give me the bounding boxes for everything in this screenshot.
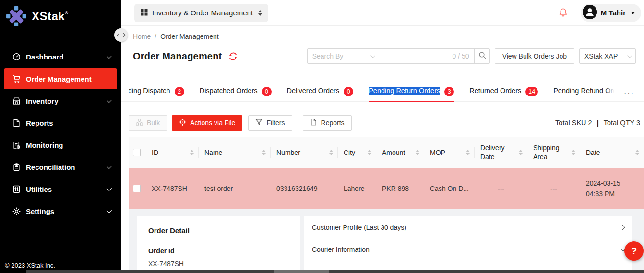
sidebar-item-label: Reconciliation	[26, 163, 75, 171]
column-header-name[interactable]: Name	[199, 137, 271, 168]
bulk-button[interactable]: Bulk	[129, 115, 167, 131]
totals-divider: |	[597, 119, 599, 127]
select-all-checkbox[interactable]	[133, 149, 141, 156]
tab-count-badge: 0	[262, 87, 272, 96]
sort-icon	[516, 150, 523, 155]
reports-button[interactable]: Reports	[303, 115, 352, 131]
sort-icon	[187, 150, 194, 155]
breadcrumb-home[interactable]: Home	[133, 33, 151, 41]
actions-via-file-button[interactable]: Actions via File	[172, 115, 242, 131]
search-counter: 0 / 50	[453, 52, 474, 60]
order-id-label: Order Id	[148, 247, 288, 255]
tab-count-badge: 3	[444, 87, 454, 96]
accordion-customer-profile[interactable]: Customer Profile (Last 30 days)	[304, 216, 632, 238]
xstak-logo-icon	[6, 6, 27, 29]
app-selector-label: Inventory & Order Management	[152, 9, 253, 17]
breadcrumb-current: Order Management	[160, 33, 218, 41]
tab-count-badge: 14	[525, 87, 538, 96]
main-area: Inventory & Order Management M Tahir	[121, 0, 644, 273]
chevron-down-icon	[107, 186, 112, 191]
store-icon	[12, 97, 21, 105]
accordion-courier-information[interactable]: Courier Information	[304, 238, 632, 261]
user-menu[interactable]: M Tahir	[581, 4, 641, 22]
total-sku: Total SKU 2	[555, 119, 592, 127]
cell-amount: PKR 898	[376, 168, 424, 209]
search-input[interactable]	[379, 49, 453, 63]
caret-down-icon	[631, 12, 635, 14]
tabs-bar: Pending Dispatch 2 Dispatched Orders 0 D…	[121, 86, 644, 102]
tabs-more-button[interactable]: ···	[606, 86, 644, 101]
sidebar-item-reconciliation[interactable]: Reconciliation	[4, 156, 117, 178]
sidebar-nav: Dashboard Order Management Inventory	[0, 46, 121, 222]
sidebar-item-monitoring[interactable]: Monitoring	[4, 134, 117, 155]
actions-label: Actions via File	[190, 119, 235, 127]
sidebar-item-reports[interactable]: Reports	[4, 112, 117, 133]
cell-number: 03316321649	[271, 168, 338, 209]
sidebar-item-label: Order Management	[26, 75, 92, 83]
refresh-icon[interactable]	[228, 52, 238, 61]
horizontal-scrollbar[interactable]	[26, 270, 644, 273]
tabs-scroll: Pending Dispatch 2 Dispatched Orders 0 D…	[129, 86, 644, 102]
table-row[interactable]: XX-7487SH test order 03316321649 Lahore …	[129, 168, 644, 209]
sidebar-item-settings[interactable]: Settings	[4, 201, 117, 222]
accordion-label: Courier Information	[312, 246, 370, 253]
reports-label: Reports	[321, 119, 345, 127]
filters-button[interactable]: Filters	[248, 115, 292, 131]
sidebar-item-order-management[interactable]: Order Management	[4, 68, 117, 89]
table-header: ID Name Number City Amount	[129, 137, 644, 168]
column-header-number[interactable]: Number	[271, 137, 338, 168]
app-selector[interactable]: Inventory & Order Management	[134, 4, 268, 22]
xap-select[interactable]: XStak XAP	[579, 48, 636, 64]
row-checkbox[interactable]	[133, 185, 141, 192]
sidebar: XStak® Dashboard Order Management	[0, 0, 121, 273]
xap-select-value: XStak XAP	[584, 52, 618, 60]
tab-pending-dispatch[interactable]: Pending Dispatch 2	[129, 86, 184, 102]
sidebar-item-dashboard[interactable]: Dashboard	[4, 46, 117, 67]
chevron-right-icon	[620, 225, 625, 230]
select-all-cell	[129, 137, 146, 168]
aim-icon	[179, 119, 186, 127]
app-root: XStak® Dashboard Order Management	[0, 0, 644, 273]
bulk-label: Bulk	[147, 119, 160, 127]
column-header-shipping-area[interactable]: Shipping Area	[527, 137, 580, 168]
sidebar-item-inventory[interactable]: Inventory	[4, 90, 117, 111]
dashboard-icon	[12, 53, 21, 61]
avatar	[583, 5, 597, 21]
cell-date: 2024-03-15 04:33 PM	[580, 168, 644, 209]
chevron-down-icon	[627, 53, 632, 58]
scrollbar-thumb[interactable]	[274, 270, 329, 273]
column-header-delivery-date[interactable]: Delivery Date	[475, 137, 527, 168]
tab-dispatched-orders[interactable]: Dispatched Orders 0	[200, 86, 272, 102]
column-header-mop[interactable]: MOP	[424, 137, 475, 168]
total-qty: Total QTY 3	[604, 119, 640, 127]
cell-mop: Cash On D...	[424, 168, 475, 209]
monitor-icon	[12, 141, 21, 149]
page-title: Order Management	[133, 51, 222, 62]
sort-icon	[259, 150, 266, 155]
cell-name: test order	[199, 168, 271, 209]
column-header-city[interactable]: City	[338, 137, 376, 168]
tab-delivered-orders[interactable]: Delivered Orders 0	[287, 86, 354, 102]
column-header-amount[interactable]: Amount	[376, 137, 424, 168]
funnel-icon	[255, 119, 262, 127]
totals: Total SKU 2 | Total QTY 3	[555, 119, 640, 127]
chevron-down-icon	[370, 53, 375, 58]
tab-returned-orders[interactable]: Returned Orders 14	[469, 86, 538, 102]
tab-label: Pending Return Orders	[369, 87, 440, 95]
column-header-date[interactable]: Date	[580, 137, 644, 168]
search-button[interactable]	[475, 48, 490, 64]
sidebar-item-utilities[interactable]: Utilities	[4, 178, 117, 200]
column-header-id[interactable]: ID	[146, 137, 199, 168]
sort-icon	[413, 150, 419, 155]
user-name: M Tahir	[601, 9, 626, 17]
tab-label: Returned Orders	[469, 87, 521, 95]
tab-pending-return-orders[interactable]: Pending Return Orders 3	[369, 86, 454, 102]
search-by-select[interactable]: Search By	[307, 48, 379, 64]
notification-bell-icon[interactable]	[558, 8, 568, 18]
row-select-cell	[129, 168, 146, 209]
sidebar-collapse-toggle[interactable]	[114, 28, 128, 42]
title-row: Order Management Search By 0 / 50	[133, 48, 636, 64]
filters-label: Filters	[266, 119, 285, 127]
view-bulk-orders-job-button[interactable]: View Bulk Orders Job	[495, 48, 574, 64]
help-button[interactable]: ?	[624, 241, 644, 261]
